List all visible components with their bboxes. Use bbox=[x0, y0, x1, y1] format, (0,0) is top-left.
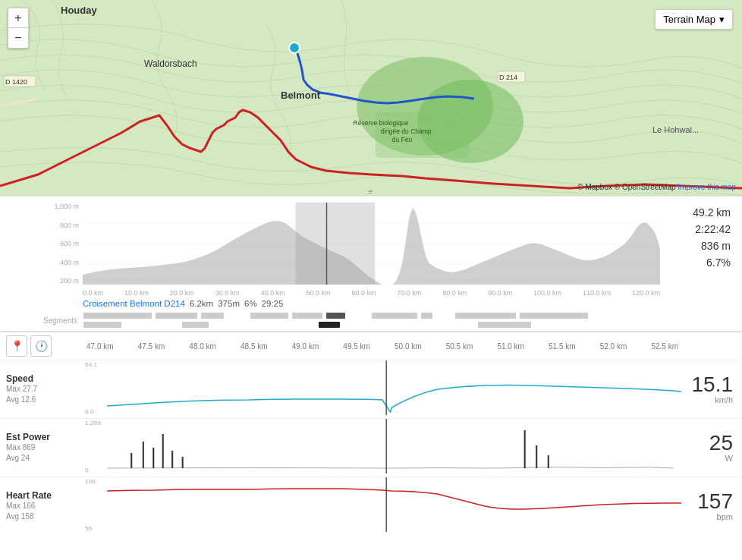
stat-elevation: 836 m bbox=[701, 240, 731, 252]
x-label-1: 10.0 km bbox=[124, 289, 149, 297]
improve-map-link[interactable]: Improve this map bbox=[678, 183, 736, 191]
x-label-2: 20.0 km bbox=[170, 289, 194, 297]
elevation-y-2: 600 m bbox=[42, 240, 81, 247]
svg-text:Houday: Houday bbox=[61, 5, 97, 16]
svg-rect-45 bbox=[162, 434, 164, 468]
speed-unit: km/h bbox=[715, 395, 733, 404]
svg-rect-32 bbox=[520, 313, 588, 319]
svg-text:D 1420: D 1420 bbox=[5, 78, 27, 86]
zoom-out-button[interactable]: − bbox=[8, 28, 28, 48]
metrics-x-1: 47.5 km bbox=[138, 342, 165, 351]
x-label-4: 40.0 km bbox=[261, 289, 285, 297]
svg-rect-29 bbox=[372, 313, 417, 319]
heartrate-row: Heart Rate Max 166 Avg 158 198 56 157 bp… bbox=[0, 477, 742, 535]
power-value: 25 bbox=[709, 433, 733, 454]
metrics-x-9: 51.5 km bbox=[549, 342, 576, 351]
svg-rect-48 bbox=[524, 430, 526, 468]
speed-row: Speed Max 27.7 Avg 12.6 64.1 0.0 15.1 km… bbox=[0, 360, 742, 419]
svg-text:0.0: 0.0 bbox=[85, 408, 94, 415]
svg-text:Le Hohwal...: Le Hohwal... bbox=[652, 125, 699, 134]
svg-rect-25 bbox=[201, 313, 224, 319]
stat-grade: 6.7% bbox=[706, 256, 731, 269]
metrics-x-11: 52.5 km bbox=[651, 342, 678, 351]
metrics-section: 📍 🕐 47.0 km 47.5 km 48.0 km 48.5 km 49.0… bbox=[0, 331, 742, 535]
svg-rect-24 bbox=[156, 313, 197, 319]
svg-rect-35 bbox=[319, 322, 340, 328]
segment-time: 29:25 bbox=[262, 299, 284, 308]
map-section: Houday Waldorsbach Belmont Le Hohwal... … bbox=[0, 0, 742, 196]
svg-text:0: 0 bbox=[85, 467, 89, 473]
dropdown-icon: ▾ bbox=[719, 14, 725, 25]
segment-grade: 6% bbox=[244, 299, 257, 308]
svg-rect-21 bbox=[296, 203, 376, 285]
stat-time: 2:22:42 bbox=[695, 223, 731, 235]
x-label-0: 0.0 km bbox=[83, 289, 103, 297]
power-avg: Avg 24 bbox=[6, 453, 77, 464]
x-label-12: 120.0 km bbox=[632, 289, 660, 297]
heartrate-value: 157 bbox=[697, 491, 733, 512]
svg-text:Réserve biologique: Réserve biologique bbox=[354, 119, 409, 127]
map-attribution: © Mapbox © OpenStreetMap Improve this ma… bbox=[577, 183, 736, 191]
map-zoom-controls: + − bbox=[8, 8, 29, 49]
terrain-map-label: Terrain Map bbox=[663, 14, 715, 25]
metrics-x-4: 49.0 km bbox=[292, 342, 319, 351]
heartrate-unit: bpm bbox=[717, 512, 733, 521]
x-label-8: 80.0 km bbox=[442, 289, 467, 297]
svg-rect-23 bbox=[83, 313, 152, 319]
svg-rect-49 bbox=[536, 445, 537, 468]
svg-rect-30 bbox=[421, 313, 432, 319]
svg-text:56: 56 bbox=[85, 525, 93, 532]
svg-rect-43 bbox=[143, 442, 144, 468]
svg-text:Waldorsbach: Waldorsbach bbox=[144, 58, 197, 69]
metrics-x-10: 52.0 km bbox=[600, 342, 627, 351]
metrics-x-7: 50.5 km bbox=[446, 342, 473, 351]
metrics-x-8: 51.0 km bbox=[497, 342, 524, 351]
stat-distance: 49.2 km bbox=[693, 206, 731, 219]
elevation-chart bbox=[83, 203, 660, 285]
elevation-y-1: 400 m bbox=[42, 259, 81, 266]
elevation-y-0: 200 m bbox=[42, 277, 81, 285]
elevation-stats: 49.2 km 2:22:42 836 m 6.7% bbox=[666, 203, 742, 331]
zoom-in-button[interactable]: + bbox=[8, 8, 28, 28]
heartrate-avg: Avg 158 bbox=[6, 511, 77, 522]
power-max: Max 869 bbox=[6, 442, 77, 453]
svg-text:64.1: 64.1 bbox=[85, 361, 98, 368]
svg-rect-46 bbox=[171, 451, 173, 468]
speed-chart: 64.1 0.0 bbox=[83, 360, 681, 415]
segment-elevation: 375m bbox=[218, 299, 240, 308]
power-row: Est Power Max 869 Avg 24 1,289 0 bbox=[0, 419, 742, 477]
drag-handle[interactable]: ≡ bbox=[356, 187, 386, 196]
power-chart: 1,289 0 bbox=[83, 419, 681, 473]
elevation-section: 200 m 400 m 600 m 800 m 1,000 m bbox=[0, 196, 742, 331]
metrics-x-0: 47.0 km bbox=[86, 342, 114, 351]
metrics-x-6: 50.0 km bbox=[395, 342, 422, 351]
svg-rect-50 bbox=[548, 455, 549, 468]
x-label-3: 30.0 km bbox=[215, 289, 240, 297]
metrics-x-5: 49.5 km bbox=[343, 342, 370, 351]
x-label-7: 70.0 km bbox=[397, 289, 421, 297]
svg-rect-33 bbox=[83, 322, 121, 328]
clock-icon-tab[interactable]: 🕐 bbox=[30, 335, 52, 357]
location-icon-tab[interactable]: 📍 bbox=[6, 335, 27, 357]
svg-rect-36 bbox=[478, 322, 531, 328]
segments-bars bbox=[83, 310, 615, 331]
power-label: Est Power bbox=[6, 432, 77, 442]
speed-avg: Avg 12.6 bbox=[6, 395, 77, 405]
svg-text:198: 198 bbox=[85, 478, 96, 485]
x-label-6: 60.0 km bbox=[351, 289, 376, 297]
segment-distance: 6.2km bbox=[190, 299, 213, 308]
svg-rect-26 bbox=[250, 313, 288, 319]
segments-label: Segments bbox=[42, 316, 83, 325]
svg-rect-27 bbox=[292, 313, 322, 319]
svg-rect-28 bbox=[326, 313, 345, 319]
svg-point-4 bbox=[289, 42, 300, 53]
elevation-y-4: 1,000 m bbox=[42, 203, 81, 210]
segment-name-link[interactable]: Croisement Belmont D214 bbox=[83, 299, 185, 308]
map-layer-button[interactable]: Terrain Map ▾ bbox=[655, 9, 733, 30]
power-unit: W bbox=[725, 454, 733, 463]
heartrate-chart: 198 56 bbox=[83, 477, 681, 532]
metrics-x-2: 48.0 km bbox=[189, 342, 216, 351]
x-label-9: 90.0 km bbox=[488, 289, 512, 297]
heartrate-max: Max 166 bbox=[6, 501, 77, 511]
x-label-10: 100.0 km bbox=[533, 289, 561, 297]
